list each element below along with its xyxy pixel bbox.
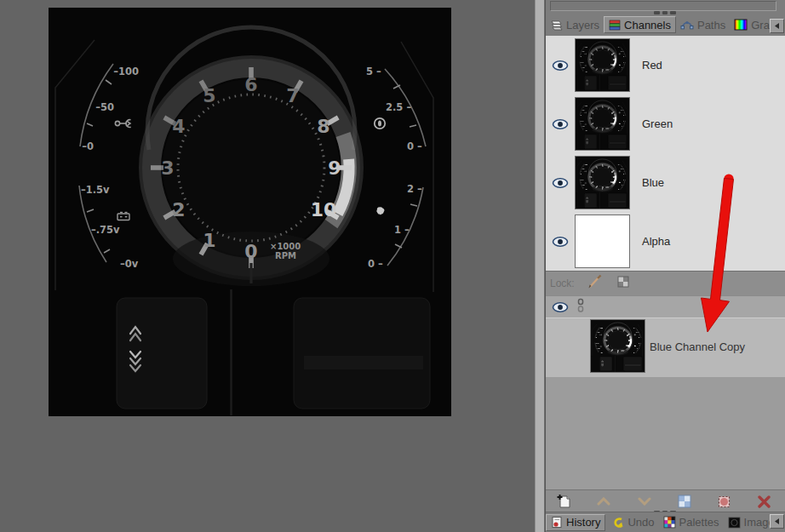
paths-icon (680, 20, 694, 31)
visibility-toggle[interactable] (546, 178, 575, 188)
chain-broken-icon (575, 298, 587, 313)
tab-paths-label: Paths (697, 19, 725, 31)
selected-channel-header (546, 295, 785, 317)
dock-top-edge (550, 1, 776, 11)
chain-toggle[interactable] (575, 298, 587, 317)
tab-history[interactable]: History (546, 514, 605, 531)
channel-list: Red Green Blue Alpha (546, 36, 785, 271)
gimp-window: Layers Channels Paths (0, 0, 785, 532)
channels-icon (609, 20, 621, 31)
lock-bar: Lock: (546, 271, 785, 295)
eye-icon (552, 119, 569, 129)
visibility-toggle[interactable] (546, 302, 575, 312)
history-icon (551, 516, 563, 529)
eye-icon (552, 60, 569, 71)
eye-icon (552, 237, 569, 247)
delete-x-icon (758, 495, 771, 508)
tab-history-label: History (566, 516, 600, 529)
gradients-icon (734, 19, 748, 31)
channel-row-blue-channel-copy[interactable]: Blue Channel Copy (546, 317, 785, 377)
channels-button-bar (546, 489, 785, 512)
channel-thumbnail[interactable] (575, 215, 630, 268)
channel-thumbnail[interactable] (590, 319, 645, 373)
visibility-toggle[interactable] (546, 60, 575, 71)
tab-layers[interactable]: Layers (546, 16, 604, 33)
tab-palettes-label: Palettes (679, 516, 719, 529)
channel-to-selection-button[interactable] (713, 492, 734, 511)
channel-name: Blue Channel Copy (650, 340, 745, 353)
channel-row-alpha[interactable]: Alpha (546, 212, 785, 271)
lock-alpha-toggle[interactable] (616, 274, 631, 293)
channel-row-red[interactable]: Red (546, 36, 785, 94)
lock-label: Lock: (550, 277, 575, 289)
tab-undo[interactable]: Undo (605, 514, 658, 531)
alpha-checker-icon (616, 274, 631, 289)
tab-palettes[interactable]: Palettes (659, 514, 724, 531)
delete-channel-button[interactable] (753, 492, 774, 511)
dock-splitter[interactable] (535, 0, 545, 532)
layers-icon (550, 20, 563, 31)
eye-icon (552, 302, 569, 312)
image-canvas-area[interactable] (0, 0, 535, 532)
visibility-toggle[interactable] (546, 237, 575, 247)
panel-menu-button[interactable] (770, 19, 784, 33)
paintbrush-icon (587, 274, 604, 289)
new-channel-icon (557, 494, 571, 510)
tab-channels-label: Channels (624, 19, 671, 31)
canvas-image[interactable] (49, 8, 451, 416)
tachometer-graphic (49, 8, 451, 416)
channel-to-selection-icon (717, 495, 731, 509)
channel-name: Blue (642, 176, 664, 189)
channel-list-empty-space (546, 377, 785, 489)
channel-row-green[interactable]: Green (546, 94, 785, 153)
tab-undo-label: Undo (627, 516, 654, 529)
menu-arrow-icon (773, 22, 781, 30)
channel-name: Alpha (642, 235, 670, 248)
undo-arrow-icon (610, 517, 624, 529)
visibility-toggle[interactable] (546, 119, 575, 129)
duplicate-channel-icon (678, 495, 691, 508)
channel-thumbnail[interactable] (575, 156, 630, 209)
dockable-tab-bar: Layers Channels Paths (546, 14, 767, 36)
tab-layers-label: Layers (566, 19, 599, 31)
palettes-icon (663, 516, 676, 529)
channel-thumbnail[interactable] (575, 97, 630, 151)
lower-channel-button[interactable] (634, 492, 655, 511)
arrow-up-icon (597, 497, 610, 506)
duplicate-channel-button[interactable] (674, 492, 695, 511)
channel-row-blue[interactable]: Blue (546, 153, 785, 212)
new-channel-button[interactable] (553, 492, 574, 511)
arrow-down-icon (638, 497, 651, 506)
channel-name: Green (642, 117, 673, 130)
tab-channels[interactable]: Channels (604, 16, 676, 33)
raise-channel-button[interactable] (593, 492, 614, 511)
eye-icon (552, 178, 569, 188)
bottom-dockable-tab-bar: History Undo Palettes Images (546, 512, 785, 532)
menu-arrow-icon (773, 518, 781, 525)
panel-menu-button[interactable] (770, 514, 784, 529)
images-icon (728, 517, 741, 529)
channel-name: Red (642, 59, 662, 72)
lock-pixels-toggle[interactable] (587, 274, 604, 293)
channel-thumbnail[interactable] (575, 38, 630, 92)
tab-paths[interactable]: Paths (676, 16, 730, 33)
